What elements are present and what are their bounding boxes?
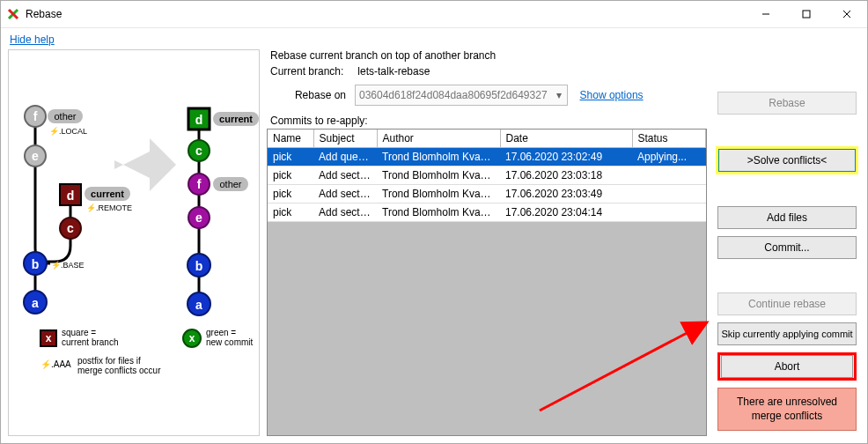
current-branch-label: Current branch:: [270, 65, 355, 78]
svg-text:new commit: new commit: [206, 337, 254, 347]
svg-text:c: c: [195, 144, 202, 158]
minimize-button[interactable]: [746, 1, 786, 27]
svg-text:f: f: [33, 109, 38, 123]
help-diagram: f other ⚡.LOCAL e d current ⚡.REMOTE c: [8, 49, 260, 436]
svg-text:e: e: [32, 149, 39, 163]
continue-rebase-button: Continue rebase: [717, 292, 857, 315]
col-name[interactable]: Name: [268, 130, 313, 148]
svg-text:green =: green =: [206, 328, 236, 337]
svg-text:current branch: current branch: [62, 337, 118, 347]
rebase-on-value: 03604d618f24d084daa80695f2d649327: [356, 89, 551, 101]
col-author[interactable]: Author: [377, 130, 500, 148]
commits-grid[interactable]: Name Subject Author Date Status pickAdd …: [267, 129, 707, 436]
svg-text:x: x: [189, 332, 195, 344]
table-row[interactable]: pickAdd sectio...Trond Blomholm Kvamme..…: [268, 166, 706, 185]
chevron-down-icon: ▾: [551, 89, 567, 101]
action-panel: Rebase >Solve conflicts< Add files Commi…: [714, 49, 860, 436]
svg-text:postfix for files if: postfix for files if: [77, 356, 141, 366]
commits-label: Commits to re-apply:: [270, 115, 707, 127]
svg-text:c: c: [67, 221, 74, 235]
abort-button[interactable]: Abort: [717, 352, 857, 381]
app-icon: [6, 7, 20, 21]
svg-text:d: d: [67, 189, 75, 203]
table-row[interactable]: pickAdd sectio...Trond Blomholm Kvamme..…: [268, 204, 706, 222]
hide-help-link[interactable]: Hide help: [10, 33, 867, 46]
svg-text:merge conflicts occur: merge conflicts occur: [77, 366, 161, 375]
add-files-button[interactable]: Add files: [717, 206, 857, 229]
svg-text:b: b: [195, 259, 203, 273]
show-options-link[interactable]: Show options: [580, 89, 644, 101]
window-title: Rebase: [26, 8, 62, 20]
svg-text:e: e: [195, 211, 202, 225]
svg-text:current: current: [91, 189, 124, 199]
svg-text:⚡.REMOTE: ⚡.REMOTE: [86, 203, 132, 213]
skip-commit-button[interactable]: Skip currently applying commit: [717, 322, 857, 345]
svg-marker-6: [114, 138, 176, 191]
svg-text:x: x: [46, 332, 52, 344]
current-branch-value: lets-talk-rebase: [357, 65, 430, 78]
svg-text:b: b: [32, 257, 40, 271]
col-status[interactable]: Status: [632, 130, 706, 148]
svg-text:a: a: [195, 298, 202, 312]
svg-text:a: a: [32, 296, 39, 310]
rebase-button: Rebase: [717, 92, 857, 115]
description-text: Rebase current branch on top of another …: [270, 49, 707, 62]
titlebar: Rebase: [1, 1, 867, 28]
svg-text:current: current: [219, 114, 253, 124]
solve-conflicts-button[interactable]: >Solve conflicts<: [717, 148, 857, 173]
rebase-window: Rebase Hide help: [0, 0, 868, 444]
col-subject[interactable]: Subject: [313, 130, 377, 148]
svg-text:⚡.AAA: ⚡.AAA: [40, 359, 71, 370]
rebase-on-combo[interactable]: 03604d618f24d084daa80695f2d649327 ▾: [355, 85, 568, 106]
main-panel: Rebase current branch on top of another …: [267, 49, 707, 436]
svg-text:⚡.LOCAL: ⚡.LOCAL: [49, 126, 87, 137]
commit-button[interactable]: Commit...: [717, 236, 857, 259]
close-button[interactable]: [827, 1, 867, 27]
table-row[interactable]: pickAdd quest...Trond Blomholm Kvamme...…: [268, 148, 706, 166]
conflict-warning: There are unresolved merge conflicts: [717, 388, 857, 431]
table-row[interactable]: pickAdd sectio...Trond Blomholm Kvamme..…: [268, 185, 706, 204]
svg-text:⚡.BASE: ⚡.BASE: [51, 260, 85, 270]
col-date[interactable]: Date: [500, 130, 632, 148]
svg-text:f: f: [197, 177, 202, 191]
svg-text:square =: square =: [62, 328, 96, 337]
svg-rect-3: [803, 11, 810, 18]
svg-text:d: d: [195, 113, 203, 127]
svg-text:other: other: [54, 111, 76, 122]
maximize-button[interactable]: [786, 1, 827, 27]
rebase-on-label: Rebase on: [270, 89, 349, 101]
svg-text:other: other: [219, 179, 241, 189]
